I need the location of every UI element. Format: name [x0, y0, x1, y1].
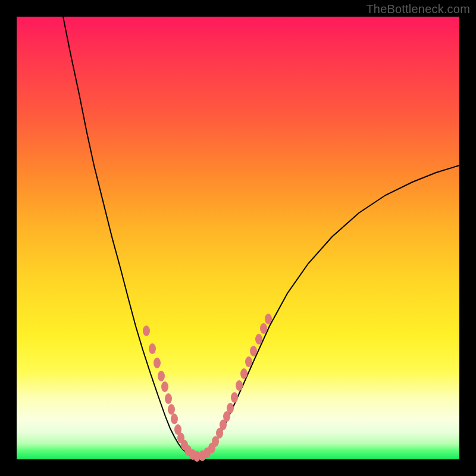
bottleneck-curve — [63, 17, 459, 457]
chart-svg — [17, 17, 459, 459]
marker-point — [165, 393, 172, 404]
marker-point — [265, 314, 272, 324]
marker-point — [149, 343, 156, 354]
marker-point — [250, 346, 257, 356]
marker-point — [171, 414, 178, 424]
marker-point — [260, 323, 267, 334]
marker-group — [143, 314, 272, 462]
marker-point — [231, 392, 238, 403]
marker-point — [255, 334, 262, 345]
marker-point — [227, 403, 234, 414]
marker-point — [168, 404, 175, 415]
marker-point — [154, 358, 161, 368]
chart-frame — [17, 17, 459, 459]
marker-point — [161, 381, 168, 392]
marker-point — [158, 371, 165, 381]
marker-point — [236, 380, 243, 391]
watermark-text: TheBottleneck.com — [366, 2, 470, 16]
marker-point — [240, 368, 248, 379]
marker-point — [143, 325, 150, 336]
marker-point — [245, 356, 252, 367]
